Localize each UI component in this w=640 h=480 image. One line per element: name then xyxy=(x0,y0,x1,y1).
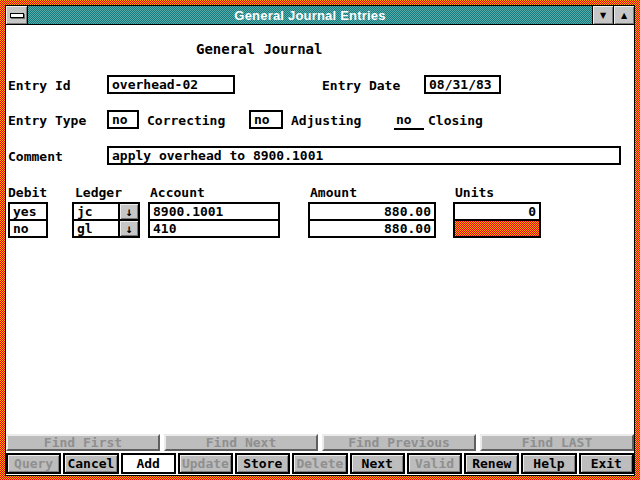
system-menu-button[interactable] xyxy=(6,6,28,24)
update-button[interactable]: Update xyxy=(178,453,233,474)
comment-field[interactable]: apply overhead to 8900.1001 xyxy=(107,146,621,165)
entry-id-field[interactable]: overhead-02 xyxy=(107,75,235,94)
column-header-amount: Amount xyxy=(310,185,357,200)
minimize-icon: ▼ xyxy=(600,11,606,20)
closing-label: Closing xyxy=(428,113,483,128)
window-title: General Journal Entries xyxy=(28,6,592,24)
closing-field[interactable]: no xyxy=(394,112,424,130)
find-previous-button[interactable]: Find Previous xyxy=(322,434,476,451)
entry-type-label: Entry Type xyxy=(8,113,86,128)
comment-label: Comment xyxy=(8,149,63,164)
find-last-button[interactable]: Find LAST xyxy=(480,434,634,451)
system-menu-icon xyxy=(10,13,24,18)
maximize-icon: ▲ xyxy=(621,11,627,20)
ledger-combo: gl ↓ xyxy=(72,219,140,238)
window-frame: General Journal Entries ▼ ▲ General Jour… xyxy=(5,5,635,476)
adjusting-field[interactable]: no xyxy=(249,110,283,129)
store-button[interactable]: Store xyxy=(235,453,290,474)
account-cell[interactable]: 410 xyxy=(148,219,280,238)
dropdown-arrow-icon: ↓ xyxy=(125,222,132,236)
units-cell-blocked xyxy=(453,219,541,238)
column-header-debit: Debit xyxy=(8,185,47,200)
form-area: General Journal Entry Id overhead-02 Ent… xyxy=(6,25,634,475)
debit-cell[interactable]: no xyxy=(8,219,48,238)
find-next-button[interactable]: Find Next xyxy=(164,434,318,451)
entry-date-label: Entry Date xyxy=(322,78,400,93)
column-header-account: Account xyxy=(150,185,205,200)
correcting-label: Correcting xyxy=(147,113,225,128)
add-button[interactable]: Add xyxy=(121,453,176,474)
entry-date-field[interactable]: 08/31/83 xyxy=(424,75,501,94)
titlebar: General Journal Entries ▼ ▲ xyxy=(6,6,634,25)
column-header-units: Units xyxy=(455,185,494,200)
entry-id-label: Entry Id xyxy=(8,78,71,93)
form-heading: General Journal xyxy=(196,41,322,57)
exit-button[interactable]: Exit xyxy=(579,453,634,474)
delete-button[interactable]: Delete xyxy=(292,453,347,474)
adjusting-label: Adjusting xyxy=(291,113,361,128)
next-button[interactable]: Next xyxy=(350,453,405,474)
help-button[interactable]: Help xyxy=(521,453,576,474)
minimize-button[interactable]: ▼ xyxy=(592,6,613,24)
correcting-field[interactable]: no xyxy=(107,110,139,129)
cancel-button[interactable]: Cancel xyxy=(63,453,118,474)
renew-button[interactable]: Renew xyxy=(464,453,519,474)
ledger-value[interactable]: gl xyxy=(72,219,120,238)
column-header-ledger: Ledger xyxy=(75,185,122,200)
query-button[interactable]: Query xyxy=(6,453,61,474)
amount-cell[interactable]: 880.00 xyxy=(308,219,436,238)
app-window: General Journal Entries ▼ ▲ General Jour… xyxy=(0,0,640,480)
action-button-row: Query Cancel Add Update Store Delete Nex… xyxy=(6,453,634,474)
find-button-row: Find First Find Next Find Previous Find … xyxy=(6,434,634,451)
dropdown-arrow-icon: ↓ xyxy=(125,205,132,219)
maximize-button[interactable]: ▲ xyxy=(613,6,634,24)
ledger-dropdown-button[interactable]: ↓ xyxy=(120,219,140,238)
valid-button[interactable]: Valid xyxy=(407,453,462,474)
find-first-button[interactable]: Find First xyxy=(6,434,160,451)
